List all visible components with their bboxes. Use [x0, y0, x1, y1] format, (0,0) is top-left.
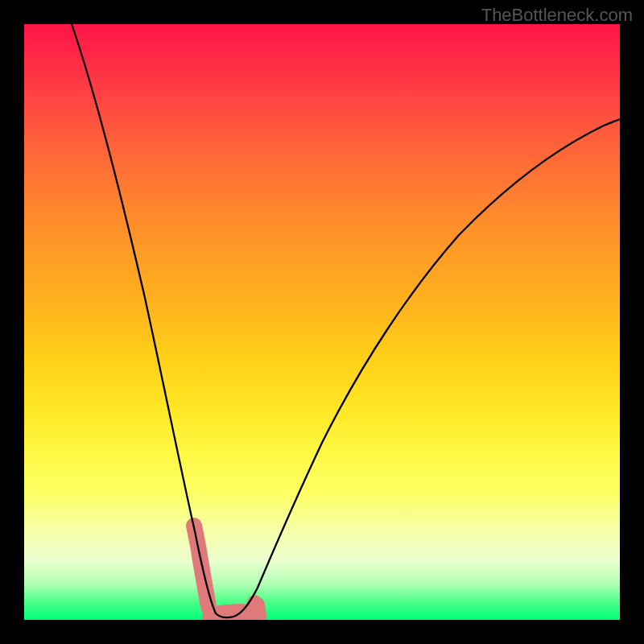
bottleneck-chart	[24, 24, 620, 620]
watermark-text: TheBottleneck.com	[481, 5, 633, 26]
bottleneck-curve-path	[72, 24, 620, 617]
